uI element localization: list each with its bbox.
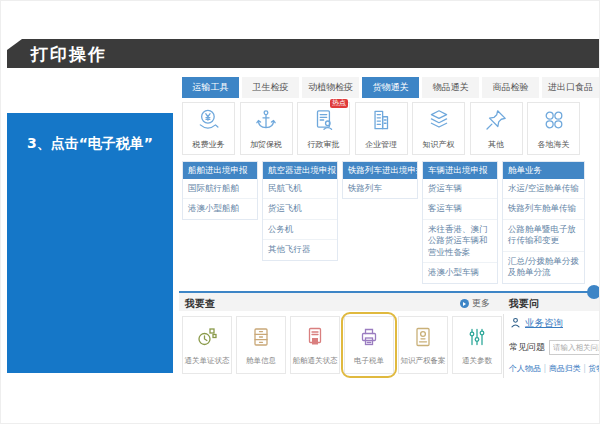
sliders-icon — [465, 325, 489, 353]
category-label: 各地海关 — [538, 139, 570, 150]
category-label: 行政审批 — [308, 139, 340, 150]
category-label: 加贸保税 — [250, 139, 282, 150]
faq-row: 常见问题 — [509, 340, 600, 355]
list-item[interactable]: 民航飞机 — [263, 179, 337, 199]
panel-title: 铁路列车进出境申报 — [343, 162, 417, 179]
top-tab-bar: 运输工具 卫生检疫 动植物检疫 货物通关 物品通关 商品检验 进出口食品 — [182, 77, 599, 98]
category-row: 税费业务 加贸保税 热点 行政审批 企业管理 知识产权 其他 — [182, 102, 580, 155]
anchor-icon — [253, 107, 279, 137]
faq-search-input[interactable] — [549, 340, 600, 355]
more-icon — [460, 299, 469, 308]
category-label: 其他 — [488, 139, 504, 150]
declaration-panels: 船舶进出境申报 国际航行船舶 港澳小型船舶 航空器进出境申报 民航飞机 货运飞机… — [182, 161, 585, 284]
tab-health-quarantine[interactable]: 卫生检疫 — [242, 77, 299, 98]
category-label: 税费业务 — [193, 139, 225, 150]
query-vessel-status[interactable]: 船舶通关状态 — [290, 316, 340, 374]
category-enterprise-mgmt[interactable]: 企业管理 — [355, 102, 408, 155]
faq-link-commodity-classification[interactable]: 商品归类 — [549, 364, 589, 373]
list-item[interactable]: 其他飞行器 — [263, 240, 337, 259]
pushpin-icon — [483, 107, 509, 137]
business-consult-link[interactable]: 业务咨询 — [509, 316, 600, 331]
four-circles-icon — [541, 107, 567, 137]
query-section-bar: 我要查 更多 我要问 — [179, 291, 600, 311]
list-item[interactable]: 货运飞机 — [263, 199, 337, 219]
panel-vehicle-declaration: 车辆进出境申报 货运车辆 客运车辆 来往香港、澳门公路货运车辆和营业性备案 港澳… — [422, 161, 498, 284]
category-processing-trade[interactable]: 加贸保税 — [240, 102, 293, 155]
category-regional-customs[interactable]: 各地海关 — [527, 102, 580, 155]
list-item[interactable]: 来往香港、澳门公路货运车辆和营业性备案 — [423, 220, 497, 263]
panel-ship-declaration: 船舶进出境申报 国际航行船舶 港澳小型船舶 — [182, 161, 258, 220]
panel-title: 车辆进出境申报 — [423, 162, 497, 179]
layers-icon — [426, 107, 452, 137]
tab-import-export-food[interactable]: 进出口食品 — [542, 77, 599, 98]
tab-transport-tools[interactable]: 运输工具 — [182, 77, 239, 98]
list-item[interactable]: 货运车辆 — [423, 179, 497, 199]
panel-aircraft-declaration: 航空器进出境申报 民航飞机 货运飞机 公务机 其他飞行器 — [262, 161, 338, 261]
list-item[interactable]: 港澳小型车辆 — [423, 263, 497, 282]
query-icon-row: 通关单证状态 舱单信息 船舶通关状态 电子税单 — [182, 316, 502, 374]
printer-icon — [357, 325, 381, 353]
yuan-hand-icon — [196, 107, 222, 137]
faq-quick-links: 个人物品商品归类货物申报 — [509, 363, 600, 374]
category-label: 知识产权 — [423, 139, 455, 150]
category-ip[interactable]: 知识产权 — [412, 102, 465, 155]
slide-title: 打印操作 — [7, 39, 600, 69]
ask-section-title: 我要问 — [509, 297, 539, 311]
query-label: 通关单证状态 — [185, 356, 230, 366]
query-label: 知识产权备案 — [401, 356, 446, 366]
query-clearance-params[interactable]: 通关参数 — [452, 316, 502, 374]
query-etax-bill[interactable]: 电子税单 — [344, 316, 394, 374]
category-label: 企业管理 — [365, 139, 397, 150]
query-ip-record[interactable]: 知识产权备案 — [398, 316, 448, 374]
floating-more-button[interactable] — [587, 285, 600, 299]
step-instruction: 3、点击“电子税单” — [7, 135, 173, 153]
query-label: 电子税单 — [354, 356, 384, 366]
panel-manifest-business: 舱单业务 水运/空运舱单传输 铁路列车舱单传输 公路舱单暨电子放行传输和变更 汇… — [502, 161, 585, 284]
query-label: 船舶通关状态 — [293, 356, 338, 366]
slide-title-bar: 打印操作 — [7, 39, 600, 68]
cabinet-icon — [249, 325, 273, 353]
certificate-icon — [411, 325, 435, 353]
list-item[interactable]: 水运/空运舱单传输 — [503, 179, 584, 199]
panel-title: 航空器进出境申报 — [263, 162, 337, 179]
vertical-divider — [503, 314, 504, 378]
panel-title: 舱单业务 — [503, 162, 584, 179]
step-panel: 3、点击“电子税单” — [7, 113, 173, 373]
list-item[interactable]: 公务机 — [263, 220, 337, 240]
clock-docs-icon — [195, 325, 219, 353]
query-label: 舱单信息 — [246, 356, 276, 366]
tab-cargo-clearance[interactable]: 货物通关 — [362, 77, 419, 98]
panel-railway-declaration: 铁路列车进出境申报 铁路列车 — [342, 161, 418, 199]
hot-badge: 热点 — [330, 99, 348, 108]
list-item[interactable]: 铁路列车 — [343, 179, 417, 198]
list-item[interactable]: 客运车辆 — [423, 199, 497, 219]
list-item[interactable]: 国际航行船舶 — [183, 179, 257, 199]
category-admin-approval[interactable]: 热点 行政审批 — [297, 102, 350, 155]
faq-link-cargo-declaration[interactable]: 货物申报 — [589, 364, 600, 373]
query-clearance-status[interactable]: 通关单证状态 — [182, 316, 232, 374]
category-tax-fees[interactable]: 税费业务 — [182, 102, 235, 155]
ask-section: 业务咨询 常见问题 个人物品商品归类货物申报 — [509, 316, 600, 374]
stamped-doc-icon — [303, 325, 327, 353]
list-item[interactable]: 港澳小型船舶 — [183, 199, 257, 218]
list-item[interactable]: 铁路列车舱单传输 — [503, 199, 584, 219]
person-headset-icon — [509, 316, 522, 331]
more-button[interactable]: 更多 — [460, 297, 490, 310]
faq-link-personal-items[interactable]: 个人物品 — [509, 364, 549, 373]
list-item[interactable]: 公路舱单暨电子放行传输和变更 — [503, 220, 584, 252]
list-item[interactable]: 汇总/分拨舱单分拨及舱单分流 — [503, 252, 584, 283]
query-label: 通关参数 — [462, 356, 492, 366]
tab-commodity-inspection[interactable]: 商品检验 — [482, 77, 539, 98]
faq-label: 常见问题 — [509, 341, 545, 354]
panel-title: 船舶进出境申报 — [183, 162, 257, 179]
building-icon — [368, 107, 394, 137]
query-section-title: 我要查 — [185, 297, 215, 311]
category-other[interactable]: 其他 — [470, 102, 523, 155]
document-person-icon — [311, 107, 337, 137]
portal-screenshot: 运输工具 卫生检疫 动植物检疫 货物通关 物品通关 商品检验 进出口食品 税费业… — [179, 75, 600, 393]
tab-animal-plant-quarantine[interactable]: 动植物检疫 — [302, 77, 359, 98]
tutorial-slide: 打印操作 3、点击“电子税单” 运输工具 卫生检疫 动植物检疫 货物通关 物品通… — [0, 0, 600, 424]
tab-articles-clearance[interactable]: 物品通关 — [422, 77, 479, 98]
query-manifest-info[interactable]: 舱单信息 — [236, 316, 286, 374]
